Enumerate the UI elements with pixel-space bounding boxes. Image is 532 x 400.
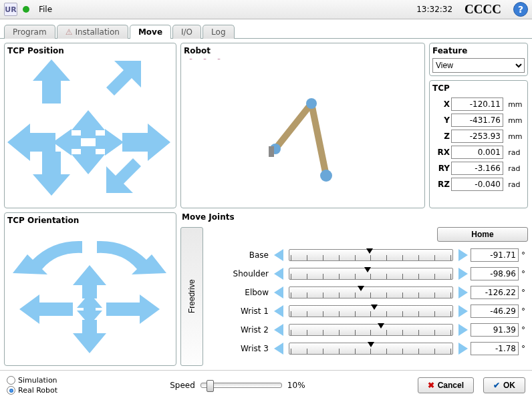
tcp-rz-label: RZ — [434, 177, 450, 192]
joint-row-wrist2: Wrist 291.39° — [209, 321, 528, 339]
tab-installation[interactable]: ⚠ Installation — [57, 25, 128, 39]
freedrive-button[interactable]: Freedrive — [180, 227, 203, 366]
warning-icon: ⚠ — [65, 27, 73, 37]
joint-value[interactable]: -91.71 — [471, 248, 519, 262]
tcp-position-panel: TCP Position — [4, 43, 176, 208]
safety-indicator: CCCC — [464, 2, 501, 17]
joint-plus-arrow[interactable] — [456, 323, 468, 337]
orient-left-arrow[interactable] — [19, 294, 73, 324]
menu-file[interactable]: File — [35, 3, 56, 15]
tcp-ry-value[interactable]: -3.166 — [451, 162, 503, 175]
joint-label: Wrist 1 — [209, 307, 271, 316]
joint-value[interactable]: -1.78 — [471, 342, 519, 355]
speed-control: Speed 10% — [67, 381, 408, 390]
tcp-down-left-arrow[interactable] — [106, 153, 146, 193]
ur-logo: UR — [4, 3, 17, 16]
tab-log[interactable]: Log — [203, 25, 234, 39]
tab-io[interactable]: I/O — [172, 25, 201, 39]
joint-row-base: Base-91.71° — [209, 246, 528, 264]
svg-line-10 — [275, 104, 311, 149]
svg-point-12 — [306, 98, 317, 109]
tcp-panel: TCP X-120.11mm Y-431.76mm Z-253.93mm RX0… — [429, 80, 528, 208]
tab-move[interactable]: Move — [130, 25, 171, 39]
tcp-x-label: X — [434, 97, 450, 112]
move-tab-content: TCP Position Robot — [0, 38, 532, 370]
tcp-rx-label: RX — [434, 145, 450, 160]
bottom-bar: Simulation Real Robot Speed 10% ✖Cancel … — [0, 370, 532, 400]
speed-value: 10% — [287, 381, 305, 390]
mode-real-robot[interactable]: Real Robot — [7, 386, 57, 395]
robot-3d-view[interactable] — [184, 59, 422, 205]
tcp-x-value[interactable]: -120.11 — [451, 97, 503, 111]
joints-grid: Home Base-91.71°Shoulder-98.96°Elbow-126… — [209, 227, 528, 366]
tcp-center-left[interactable] — [53, 129, 81, 156]
degree-unit: ° — [521, 288, 528, 297]
tab-program[interactable]: Program — [4, 25, 55, 39]
joint-minus-arrow[interactable] — [274, 285, 286, 300]
joint-minus-arrow[interactable] — [274, 248, 286, 262]
joint-label: Elbow — [209, 288, 271, 297]
orient-right-arrow[interactable] — [106, 294, 160, 324]
tab-bar: Program ⚠ Installation Move I/O Log — [0, 19, 532, 38]
joint-plus-arrow[interactable] — [456, 304, 468, 319]
robot-view-panel: Robot — [180, 43, 425, 208]
status-dot-icon — [23, 6, 29, 13]
feature-select[interactable]: View — [432, 58, 525, 73]
joint-value[interactable]: 91.39 — [471, 323, 519, 337]
home-button[interactable]: Home — [437, 227, 528, 242]
mode-simulation[interactable]: Simulation — [7, 376, 57, 385]
clock: 13:32:32 — [416, 5, 452, 14]
joint-value[interactable]: -46.29 — [471, 305, 519, 318]
tcp-y-value[interactable]: -431.76 — [451, 114, 503, 127]
tcp-orientation-title: TCP Orientation — [7, 216, 173, 225]
joint-minus-arrow[interactable] — [274, 323, 286, 337]
help-icon[interactable]: ? — [513, 2, 528, 17]
tcp-values-table: X-120.11mm Y-431.76mm Z-253.93mm RX0.001… — [432, 95, 525, 193]
orient-center-down[interactable] — [77, 308, 102, 325]
joint-plus-arrow[interactable] — [456, 285, 468, 300]
joint-minus-arrow[interactable] — [274, 341, 286, 356]
robot-arm-icon — [253, 75, 353, 189]
tcp-rx-value[interactable]: 0.001 — [451, 146, 503, 159]
joint-label: Base — [209, 250, 271, 260]
tcp-up-right-arrow[interactable] — [101, 61, 141, 101]
tcp-rz-value[interactable]: -0.040 — [451, 178, 503, 191]
joint-row-wrist1: Wrist 1-46.29° — [209, 302, 528, 321]
joint-value[interactable]: -98.96 — [471, 267, 519, 280]
svg-rect-14 — [269, 146, 274, 157]
svg-point-11 — [320, 170, 332, 182]
tcp-z-value[interactable]: -253.93 — [451, 130, 503, 143]
tcp-orientation-panel: TCP Orientation — [4, 212, 176, 366]
cancel-button[interactable]: ✖Cancel — [418, 377, 474, 393]
tcp-center-right[interactable] — [96, 129, 124, 156]
joint-plus-arrow[interactable] — [456, 266, 468, 281]
tcp-title: TCP — [432, 83, 525, 93]
joint-plus-arrow[interactable] — [456, 341, 468, 356]
robot-view-title: Robot — [184, 46, 422, 55]
joint-minus-arrow[interactable] — [274, 266, 286, 281]
degree-unit: ° — [521, 250, 528, 260]
tcp-up-arrow[interactable] — [33, 59, 70, 104]
degree-unit: ° — [521, 344, 528, 353]
joint-row-wrist3: Wrist 3-1.78° — [209, 339, 528, 358]
feature-panel: Feature View — [429, 43, 528, 76]
ok-button[interactable]: ✔OK — [483, 377, 525, 393]
degree-unit: ° — [521, 307, 528, 316]
degree-unit: ° — [521, 269, 528, 278]
feature-title: Feature — [432, 46, 525, 55]
joint-slider[interactable] — [289, 286, 453, 298]
radio-icon — [7, 376, 15, 385]
joint-minus-arrow[interactable] — [274, 304, 286, 319]
joint-plus-arrow[interactable] — [456, 248, 468, 262]
joint-slider[interactable] — [289, 324, 453, 336]
joint-row-elbow: Elbow-126.22° — [209, 283, 528, 302]
joint-slider[interactable] — [289, 343, 453, 355]
joint-slider[interactable] — [289, 268, 453, 280]
joint-slider[interactable] — [289, 249, 453, 261]
joint-value[interactable]: -126.22 — [471, 286, 519, 299]
move-joints-panel: Move Joints Freedrive Home Base-91.71°Sh… — [180, 212, 528, 366]
joint-slider[interactable] — [289, 305, 453, 317]
speed-label: Speed — [170, 381, 195, 390]
tcp-down-arrow[interactable] — [33, 152, 70, 196]
speed-slider[interactable] — [201, 383, 282, 388]
